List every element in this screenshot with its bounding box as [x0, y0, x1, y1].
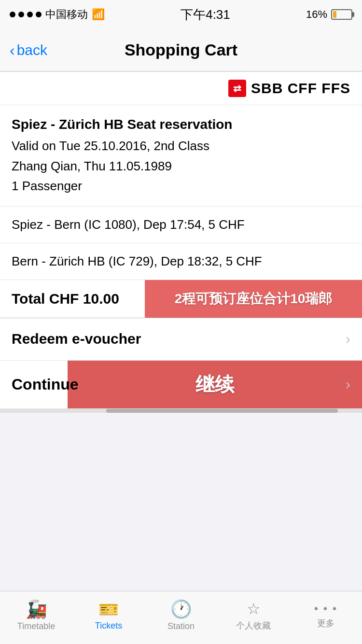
continue-overlay: 继续 — [68, 361, 362, 408]
carrier-name: 中国移动 — [45, 7, 88, 22]
journey-text-1: Spiez - Bern (IC 1080), Dep 17:54, 5 CHF — [12, 217, 245, 232]
sbb-red-badge: ⇄ — [228, 80, 246, 97]
passenger-name: Zhang Qian, Thu 11.05.1989 — [12, 156, 350, 177]
total-row: Total CHF 10.00 2程可预订座位合计10瑞郎 — [0, 280, 362, 318]
station-icon: 🕐 — [170, 599, 192, 619]
back-button[interactable]: ‹ back — [10, 42, 47, 58]
tab-timetable[interactable]: 🚂 Timetable — [12, 599, 60, 631]
total-label: Total CHF 10.00 — [12, 291, 119, 307]
ticket-info: Valid on Tue 25.10.2016, 2nd Class Zhang… — [12, 136, 350, 196]
continue-label: Continue — [12, 376, 79, 393]
battery-percentage: 16% — [306, 8, 327, 21]
passenger-count: 1 Passenger — [12, 176, 350, 196]
tab-tickets[interactable]: 🎫 Tickets — [84, 600, 133, 631]
redeem-label: Redeem e-voucher — [12, 331, 141, 347]
tab-bar: 🚂 Timetable 🎫 Tickets 🕐 Station ☆ 个人收藏 •… — [0, 591, 362, 644]
battery-fill — [333, 11, 336, 18]
journey-row-1: Spiez - Bern (IC 1080), Dep 17:54, 5 CHF — [0, 207, 362, 243]
status-right: 16% — [306, 8, 352, 21]
station-label: Station — [167, 621, 195, 631]
page-title: Shopping Cart — [125, 41, 237, 59]
tab-favorites[interactable]: ☆ 个人收藏 — [229, 600, 278, 631]
total-overlay: 2程可预订座位合计10瑞郎 — [145, 280, 362, 318]
dot1 — [10, 12, 15, 17]
redeem-chevron-icon: › — [346, 331, 350, 347]
tickets-icon: 🎫 — [98, 600, 119, 619]
favorites-label: 个人收藏 — [236, 620, 271, 631]
dot3 — [27, 12, 33, 17]
continue-overlay-text: 继续 — [195, 371, 234, 398]
valid-date: Valid on Tue 25.10.2016, 2nd Class — [12, 136, 350, 156]
tickets-label: Tickets — [95, 621, 122, 631]
scroll-thumb — [106, 409, 338, 413]
dot4 — [36, 12, 42, 17]
ticket-details: Spiez - Zürich HB Seat reservation Valid… — [0, 105, 362, 207]
status-bar: 中国移动 📶 下午4:31 16% — [0, 0, 362, 29]
journey-row-2: Bern - Zürich HB (IC 729), Dep 18:32, 5 … — [0, 243, 362, 280]
timetable-label: Timetable — [17, 621, 55, 631]
sbb-text: SBB CFF FFS — [251, 80, 350, 97]
battery-icon — [331, 9, 352, 20]
total-overlay-text: 2程可预订座位合计10瑞郎 — [175, 290, 333, 308]
sbb-logo-row: ⇄ SBB CFF FFS — [0, 72, 362, 105]
continue-row[interactable]: Continue 继续 › — [0, 361, 362, 409]
timetable-icon: 🚂 — [26, 599, 47, 619]
tab-more[interactable]: • • • 更多 — [302, 602, 350, 629]
redeem-row[interactable]: Redeem e-voucher › — [0, 318, 362, 361]
sbb-logo: ⇄ SBB CFF FFS — [228, 80, 350, 97]
more-icon: • • • — [314, 602, 338, 616]
status-time: 下午4:31 — [181, 6, 230, 23]
scroll-indicator — [0, 409, 362, 413]
status-left: 中国移动 📶 — [10, 7, 105, 22]
nav-bar: ‹ back Shopping Cart — [0, 29, 362, 71]
favorites-icon: ☆ — [247, 600, 261, 618]
journey-text-2: Bern - Zürich HB (IC 729), Dep 18:32, 5 … — [12, 254, 262, 268]
signal-dots — [10, 12, 42, 17]
ticket-title: Spiez - Zürich HB Seat reservation — [12, 117, 350, 132]
back-label: back — [17, 42, 47, 58]
sbb-arrows-icon: ⇄ — [233, 83, 241, 94]
back-chevron-icon: ‹ — [10, 42, 15, 58]
continue-chevron-icon: › — [346, 376, 350, 392]
main-content: ⇄ SBB CFF FFS Spiez - Zürich HB Seat res… — [0, 71, 362, 409]
dot2 — [18, 12, 24, 17]
tab-station[interactable]: 🕐 Station — [157, 599, 205, 631]
wifi-icon: 📶 — [92, 8, 105, 21]
more-label: 更多 — [317, 617, 334, 629]
